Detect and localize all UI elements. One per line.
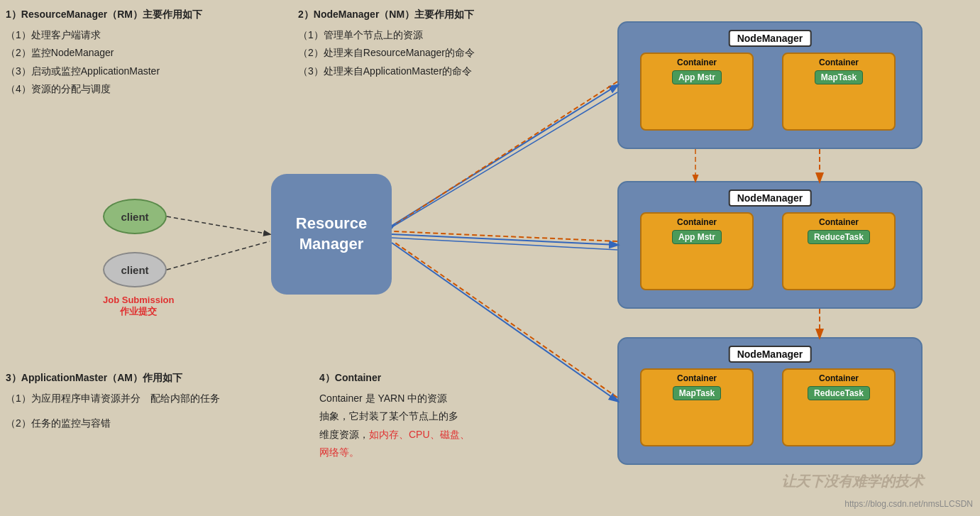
am-item1: （1）为应用程序申请资源并分 配给内部的任务 bbox=[6, 390, 268, 407]
rm-item2: （2）监控NodeManager bbox=[6, 44, 275, 62]
container-text1: Container 是 YARN 中的资源 bbox=[319, 390, 568, 407]
nm-item1: （1）管理单个节点上的资源 bbox=[298, 26, 617, 44]
rm-to-nm1-appmstr bbox=[392, 92, 617, 227]
nm3-c2-label: Container bbox=[819, 373, 859, 383]
nm1-title: NodeManager bbox=[729, 30, 812, 47]
nm1-container1: Container App Mstr bbox=[640, 53, 754, 131]
nm1-c1-label: Container bbox=[677, 57, 717, 67]
client2-to-rm bbox=[167, 241, 270, 270]
resource-manager-box: ResourceManager bbox=[271, 174, 392, 295]
am-title: 3）ApplicationMaster（AM）作用如下 bbox=[6, 369, 268, 387]
nm-title-text: 2）NodeManager（NM）主要作用如下 bbox=[298, 6, 617, 23]
job-submission-line2: 作业提交 bbox=[103, 305, 174, 318]
rm-item4: （4）资源的分配与调度 bbox=[6, 80, 275, 98]
rm-to-nm2-appmstr bbox=[392, 238, 617, 250]
nm2-title: NodeManager bbox=[729, 190, 812, 207]
section-nm: 2）NodeManager（NM）主要作用如下 （1）管理单个节点上的资源 （2… bbox=[298, 6, 617, 80]
section-rm: 1）ResourceManager（RM）主要作用如下 （1）处理客户端请求 （… bbox=[6, 6, 275, 98]
nm3-container1: Container MapTask bbox=[640, 368, 754, 446]
watermark: 让天下没有难学的技术 bbox=[781, 472, 923, 491]
rm-to-nm1-blue bbox=[392, 85, 617, 226]
am-item2: （2）任务的监控与容错 bbox=[6, 415, 268, 432]
nm2-appmstr-to-rm bbox=[393, 231, 617, 241]
client2: client bbox=[103, 252, 167, 287]
nm3-c1-inner: MapTask bbox=[673, 386, 721, 400]
nm3-c1-label: Container bbox=[677, 373, 717, 383]
rm-item3: （3）启动或监控ApplicationMaster bbox=[6, 62, 275, 80]
client1-to-rm bbox=[167, 216, 270, 234]
nm1-c1-inner: App Mstr bbox=[672, 70, 722, 84]
nm2-container1: Container App Mstr bbox=[640, 212, 754, 290]
section-am: 3）ApplicationMaster（AM）作用如下 （1）为应用程序申请资源… bbox=[6, 369, 268, 433]
node-manager-1: NodeManager Container App Mstr Container… bbox=[617, 21, 923, 149]
nm3-container2: Container ReduceTask bbox=[782, 368, 896, 446]
job-submission-label: Job Submission 作业提交 bbox=[103, 295, 174, 318]
node-manager-3: NodeManager Container MapTask Container … bbox=[617, 337, 923, 465]
nm1-c2-label: Container bbox=[819, 57, 859, 67]
client1: client bbox=[103, 199, 167, 234]
container-text4: 网络等。 bbox=[319, 444, 568, 461]
nm3-c2-inner: ReduceTask bbox=[808, 386, 870, 400]
section-container: 4）Container Container 是 YARN 中的资源 抽象，它封装… bbox=[319, 369, 568, 461]
nm3-title: NodeManager bbox=[729, 346, 812, 363]
nm2-container2: Container ReduceTask bbox=[782, 212, 896, 290]
nm-item2: （2）处理来自ResourceManager的命令 bbox=[298, 44, 617, 62]
nm2-c2-inner: ReduceTask bbox=[808, 230, 870, 244]
nm2-c1-inner: App Mstr bbox=[672, 230, 722, 244]
job-submission-line1: Job Submission bbox=[103, 295, 174, 305]
container-text2: 抽象，它封装了某个节点上的多 bbox=[319, 407, 568, 425]
nm2-c2-label: Container bbox=[819, 217, 859, 227]
csdn-url: https://blog.csdn.net/nmsLLCSDN bbox=[844, 499, 973, 509]
nm1-appmstr-to-rm bbox=[393, 82, 617, 226]
nm1-c2-inner: MapTask bbox=[815, 70, 863, 84]
rm-title: 1）ResourceManager（RM）主要作用如下 bbox=[6, 6, 275, 23]
container-text3: 维度资源，如内存、CPU、磁盘、 bbox=[319, 426, 568, 444]
rm-to-nm2-blue bbox=[392, 234, 617, 245]
nm2-c1-label: Container bbox=[677, 217, 717, 227]
resource-manager-label: ResourceManager bbox=[296, 214, 367, 254]
main-container: 1）ResourceManager（RM）主要作用如下 （1）处理客户端请求 （… bbox=[0, 0, 980, 516]
nm-item3: （3）处理来自ApplicationMaster的命令 bbox=[298, 62, 617, 80]
container-title: 4）Container bbox=[319, 369, 568, 387]
rm-item1: （1）处理客户端请求 bbox=[6, 26, 275, 44]
nm1-container2: Container MapTask bbox=[782, 53, 896, 131]
node-manager-2: NodeManager Container App Mstr Container… bbox=[617, 181, 923, 309]
